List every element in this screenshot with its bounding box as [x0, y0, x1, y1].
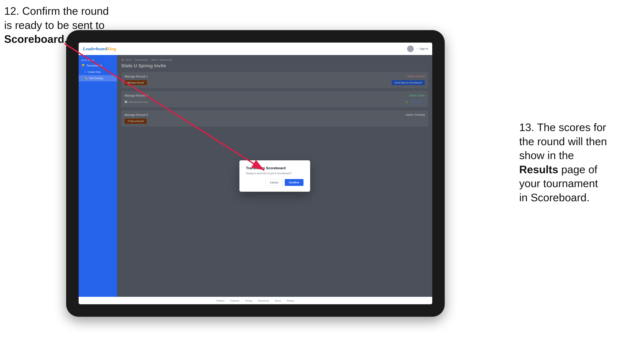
- modal-overlay: Transmit to Scoreboard Ready to send thi…: [117, 55, 432, 297]
- logo-area: LeaderboardKing: [83, 46, 116, 51]
- footer-link-features[interactable]: Features: [230, 300, 239, 302]
- avatar: [407, 45, 414, 52]
- modal-cancel-button[interactable]: Cancel: [266, 179, 282, 186]
- app-header: LeaderboardKing → Sign In: [79, 43, 432, 55]
- tablet-screen: LeaderboardKing → Sign In MAIN MENU 🏆 To…: [79, 43, 432, 304]
- sidebar-item-tournaments[interactable]: 🏆 Tournaments: [79, 62, 117, 69]
- annotation-top-left: 12. Confirm the round is ready to be sen…: [4, 4, 109, 46]
- app-logo: LeaderboardKing: [83, 46, 116, 51]
- edit-icon: ✏️: [84, 77, 88, 80]
- modal-subtitle: Ready to send this round to Scoreboard?: [246, 172, 304, 175]
- footer-link-product[interactable]: Product: [216, 300, 224, 302]
- sign-in-label: Sign In: [420, 47, 428, 50]
- trophy-icon: 🏆: [82, 64, 85, 67]
- app-body: MAIN MENU 🏆 Tournaments + Create New ✏️ …: [79, 55, 432, 297]
- modal-actions: Cancel Confirm: [246, 179, 304, 186]
- main-menu-label: MAIN MENU: [79, 57, 117, 62]
- create-new-label: Create New: [88, 71, 101, 74]
- annotation-right: 13. The scores forthe round will thensho…: [519, 121, 640, 205]
- sign-in-button[interactable]: → Sign In: [416, 47, 428, 50]
- modal-confirm-button[interactable]: Confirm: [285, 179, 304, 186]
- footer-link-privacy[interactable]: Privacy: [287, 300, 294, 302]
- footer-link-terms[interactable]: Terms: [275, 300, 281, 302]
- annotation-line3: Scoreboard.: [4, 33, 67, 45]
- sign-in-icon: →: [416, 47, 419, 50]
- plus-icon: +: [84, 71, 86, 74]
- annotation-line2: is ready to be sent to: [4, 19, 105, 31]
- transmit-modal: Transmit to Scoreboard Ready to send thi…: [240, 160, 310, 192]
- app-footer: Product Features Pricing Resources Terms…: [79, 297, 432, 304]
- sidebar: MAIN MENU 🏆 Tournaments + Create New ✏️ …: [79, 55, 117, 297]
- tournaments-label: Tournaments: [86, 64, 102, 67]
- footer-link-resources[interactable]: Resources: [258, 300, 269, 302]
- header-right: → Sign In: [407, 45, 428, 52]
- sidebar-item-edit-existing[interactable]: ✏️ Edit Existing: [79, 75, 117, 81]
- tablet-frame: LeaderboardKing → Sign In MAIN MENU 🏆 To…: [66, 30, 445, 317]
- annotation-line1: 12. Confirm the round: [4, 5, 109, 17]
- modal-title: Transmit to Scoreboard: [246, 166, 304, 170]
- annotation-right-text: 13. The scores forthe round will thensho…: [519, 121, 607, 203]
- sidebar-item-create-new[interactable]: + Create New: [79, 69, 117, 75]
- footer-link-pricing[interactable]: Pricing: [245, 300, 252, 302]
- main-content: 🏠 Home › Tournaments › State U Spring In…: [117, 55, 432, 297]
- edit-existing-label: Edit Existing: [89, 77, 103, 80]
